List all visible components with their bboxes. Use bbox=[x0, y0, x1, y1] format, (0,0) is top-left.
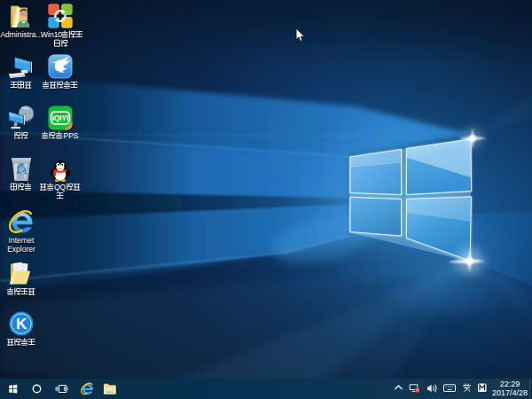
svg-text:PPS: PPS bbox=[64, 131, 79, 140]
svg-text:iQIYI: iQIYI bbox=[52, 114, 69, 122]
svg-text:K: K bbox=[16, 316, 27, 332]
svg-text:QQ: QQ bbox=[54, 183, 66, 192]
svg-text:Win10: Win10 bbox=[41, 30, 62, 39]
